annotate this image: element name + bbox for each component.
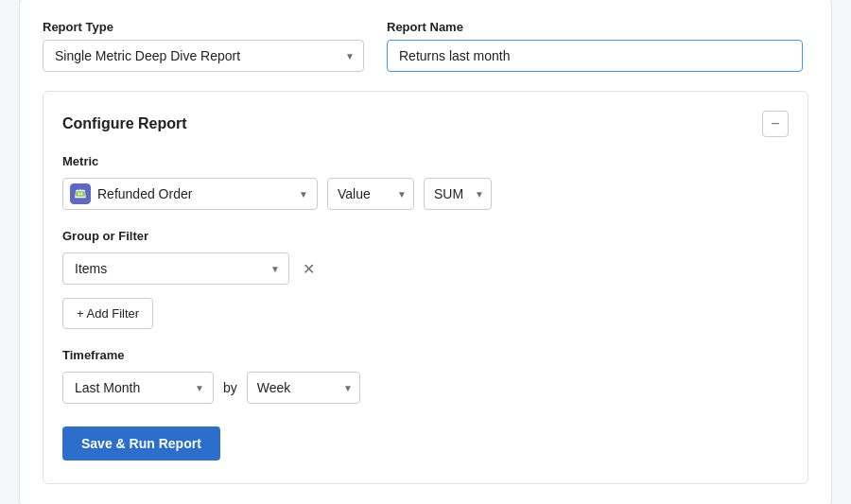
week-select-wrapper: Week Day Month ▼ bbox=[247, 372, 360, 404]
save-run-label: Save & Run Report bbox=[81, 436, 201, 451]
report-name-label: Report Name bbox=[387, 20, 808, 34]
timeframe-select[interactable]: Last Month Last Week Last Quarter Last Y… bbox=[62, 372, 214, 404]
configure-title: Configure Report bbox=[62, 115, 187, 132]
metric-dropdown-wrapper: Refunded Order Orders Revenue ▼ bbox=[62, 178, 318, 210]
add-filter-button[interactable]: + Add Filter bbox=[62, 298, 153, 329]
configure-header: Configure Report − bbox=[62, 111, 789, 137]
report-type-group: Report Type Single Metric Deep Dive Repo… bbox=[43, 20, 364, 72]
save-run-button[interactable]: Save & Run Report bbox=[62, 426, 220, 461]
report-type-select-wrapper: Single Metric Deep Dive Report Multi Met… bbox=[43, 40, 364, 72]
timeframe-label: Timeframe bbox=[62, 348, 789, 362]
report-builder-container: Report Type Single Metric Deep Dive Repo… bbox=[19, 0, 832, 504]
report-type-label: Report Type bbox=[43, 20, 364, 34]
metric-row: Refunded Order Orders Revenue ▼ Value Co… bbox=[62, 178, 789, 210]
value-select[interactable]: Value Count Average bbox=[327, 178, 414, 210]
group-filter-select[interactable]: Items Product Category Customer bbox=[62, 252, 289, 285]
report-type-select[interactable]: Single Metric Deep Dive Report Multi Met… bbox=[43, 40, 364, 72]
remove-filter-button[interactable]: ✕ bbox=[299, 256, 319, 282]
value-select-wrapper: Value Count Average ▼ bbox=[327, 178, 414, 210]
metric-select[interactable]: Refunded Order Orders Revenue bbox=[62, 178, 318, 210]
minus-icon: − bbox=[771, 116, 779, 131]
agg-select-wrapper: SUM AVG MAX MIN ▼ bbox=[424, 178, 492, 210]
top-row: Report Type Single Metric Deep Dive Repo… bbox=[43, 20, 808, 72]
close-icon: ✕ bbox=[303, 260, 315, 278]
configure-section: Configure Report − Metric Refun bbox=[43, 91, 808, 484]
group-filter-label: Group or Filter bbox=[62, 229, 789, 243]
agg-select[interactable]: SUM AVG MAX MIN bbox=[424, 178, 492, 210]
metric-label: Metric bbox=[62, 154, 789, 168]
timeframe-row: Last Month Last Week Last Quarter Last Y… bbox=[62, 372, 789, 404]
week-select[interactable]: Week Day Month bbox=[247, 372, 360, 404]
group-filter-row: Items Product Category Customer ▼ ✕ bbox=[62, 252, 789, 285]
timeframe-select-wrapper: Last Month Last Week Last Quarter Last Y… bbox=[62, 372, 214, 404]
group-filter-select-wrapper: Items Product Category Customer ▼ bbox=[62, 252, 289, 285]
report-name-input[interactable] bbox=[387, 40, 803, 72]
by-label: by bbox=[223, 380, 237, 395]
add-filter-label: + Add Filter bbox=[77, 306, 139, 321]
report-name-group: Report Name bbox=[387, 20, 808, 72]
collapse-button[interactable]: − bbox=[762, 111, 789, 137]
